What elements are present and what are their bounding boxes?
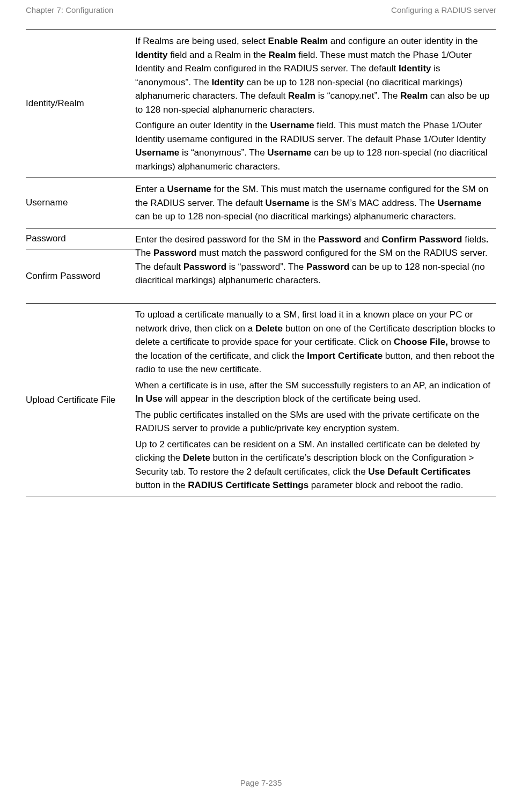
row-upload-certificate: Upload Certificate File To upload a cert… (26, 304, 496, 497)
desc-identity-realm: If Realms are being used, select Enable … (135, 30, 496, 178)
desc-password: Enter the desired password for the SM in… (135, 228, 496, 304)
row-username: Username Enter a Username for the SM. Th… (26, 178, 496, 228)
label-confirm-password: Confirm Password (26, 270, 100, 283)
row-identity-realm: Identity/Realm If Realms are being used,… (26, 30, 496, 178)
page-footer: Page 7-235 (0, 778, 522, 787)
desc-username: Enter a Username for the SM. This must m… (135, 178, 496, 228)
header-right: Configuring a RADIUS server (391, 5, 496, 14)
desc-upload-certificate: To upload a certificate manually to a SM… (135, 304, 496, 497)
table: Identity/Realm If Realms are being used,… (26, 29, 496, 497)
page-header: Chapter 7: Configuration Configuring a R… (26, 5, 496, 14)
label-password: Password (26, 233, 66, 243)
row-password-group: Password Confirm Password Enter the desi… (26, 228, 496, 304)
page-number: Page 7-235 (240, 778, 282, 787)
header-left: Chapter 7: Configuration (26, 5, 113, 14)
label-upload-certificate: Upload Certificate File (26, 394, 115, 407)
label-identity-realm: Identity/Realm (26, 98, 84, 110)
label-username: Username (26, 197, 68, 209)
